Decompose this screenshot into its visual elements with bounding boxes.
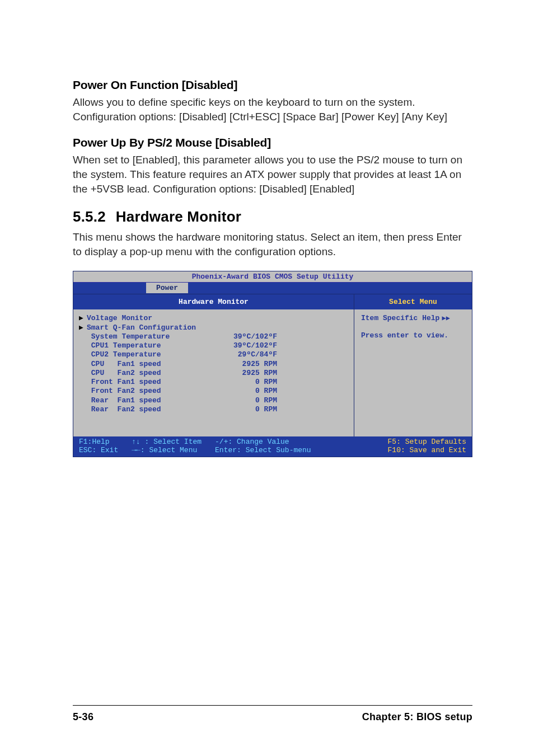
bios-item-rear-fan1: Rear Fan1 speed 0 RPM bbox=[79, 396, 348, 405]
bios-item-label: Smart Q-Fan Configuration bbox=[87, 323, 210, 332]
bios-help-body: Press enter to view. bbox=[361, 331, 466, 340]
bios-item-value: 39ºC/102ºF bbox=[210, 332, 277, 341]
section-heading-row: 5.5.2 Hardware Monitor bbox=[73, 208, 472, 226]
paragraph-power-on-function: Allows you to define specific keys on th… bbox=[73, 95, 472, 124]
bios-footer: F1:Help ESC: Exit ↑↓ : Select Item →←: S… bbox=[73, 436, 472, 457]
bios-item-smart-qfan: ▶ Smart Q-Fan Configuration bbox=[79, 323, 348, 332]
bios-tabbar: Power bbox=[73, 283, 472, 294]
bios-footer-col3: -/+: Change Value Enter: Select Sub-menu bbox=[215, 438, 311, 454]
spacer bbox=[361, 322, 466, 331]
bios-item-value: 0 RPM bbox=[210, 405, 277, 414]
heading-power-up-ps2: Power Up By PS/2 Mouse [Disabled] bbox=[73, 136, 472, 149]
bios-item-label: Front Fan2 speed bbox=[87, 387, 210, 396]
bios-item-front-fan1: Front Fan1 speed 0 RPM bbox=[79, 378, 348, 387]
heading-power-on-function: Power On Function [Disabled] bbox=[73, 78, 472, 92]
bios-item-voltage-monitor: ▶ Voltage Monitor bbox=[79, 314, 348, 323]
bios-item-rear-fan2: Rear Fan2 speed 0 RPM bbox=[79, 405, 348, 414]
bios-item-value: 39ºC/102ºF bbox=[210, 341, 277, 350]
bios-item-label: System Temperature bbox=[87, 332, 210, 341]
bios-footer-col2: ↑↓ : Select Item →←: Select Menu bbox=[132, 438, 202, 454]
bios-tab-power: Power bbox=[146, 283, 188, 293]
bios-item-label: CPU2 Temperature bbox=[87, 350, 210, 359]
bios-item-cpu1-temp: CPU1 Temperature 39ºC/102ºF bbox=[79, 341, 348, 350]
page-content: Power On Function [Disabled] Allows you … bbox=[0, 0, 534, 457]
bios-subheader-right: Select Menu bbox=[354, 294, 472, 309]
bios-item-label: Rear Fan1 speed bbox=[87, 396, 210, 405]
bios-item-value: 2925 RPM bbox=[210, 360, 277, 369]
section-title: Hardware Monitor bbox=[116, 208, 241, 226]
bios-help: Item Specific Help ▶▶ Press enter to vie… bbox=[354, 309, 472, 436]
bios-help-title: Item Specific Help bbox=[361, 314, 439, 322]
bios-item-front-fan2: Front Fan2 speed 0 RPM bbox=[79, 387, 348, 396]
bios-item-value: 29ºC/84ºF bbox=[210, 350, 277, 359]
spacer bbox=[325, 438, 374, 454]
bios-subheader: Hardware Monitor Select Menu bbox=[73, 294, 472, 309]
bios-subheader-left: Hardware Monitor bbox=[73, 294, 354, 309]
triangle-right-icon: ▶ bbox=[79, 323, 87, 332]
bios-item-value: 0 RPM bbox=[210, 378, 277, 387]
bios-items: ▶ Voltage Monitor ▶ Smart Q-Fan Configur… bbox=[73, 309, 354, 436]
bios-item-cpu-fan2: CPU Fan2 speed 2925 RPM bbox=[79, 369, 348, 378]
bios-body: ▶ Voltage Monitor ▶ Smart Q-Fan Configur… bbox=[73, 309, 472, 436]
bios-item-label: CPU1 Temperature bbox=[87, 341, 210, 350]
bios-help-title-row: Item Specific Help ▶▶ bbox=[361, 314, 466, 322]
double-chevron-right-icon: ▶▶ bbox=[442, 314, 449, 322]
bios-item-cpu2-temp: CPU2 Temperature 29ºC/84ºF bbox=[79, 350, 348, 359]
bios-item-label: Rear Fan2 speed bbox=[87, 405, 210, 414]
bios-item-label: CPU Fan1 speed bbox=[87, 360, 210, 369]
triangle-right-icon: ▶ bbox=[79, 314, 87, 323]
bios-item-label: Front Fan1 speed bbox=[87, 378, 210, 387]
paragraph-power-up-ps2: When set to [Enabled], this parameter al… bbox=[73, 153, 472, 196]
section-number: 5.5.2 bbox=[73, 208, 106, 226]
bios-screenshot: Phoenix-Award BIOS CMOS Setup Utility Po… bbox=[73, 271, 472, 457]
bios-footer-col4: F5: Setup Defaults F10: Save and Exit bbox=[388, 438, 466, 454]
bios-item-label: Voltage Monitor bbox=[87, 314, 210, 323]
bios-item-value: 2925 RPM bbox=[210, 369, 277, 378]
bios-item-value: 0 RPM bbox=[210, 387, 277, 396]
bios-item-label: CPU Fan2 speed bbox=[87, 369, 210, 378]
bios-footer-col1: F1:Help ESC: Exit bbox=[79, 438, 118, 454]
bios-item-value: 0 RPM bbox=[210, 396, 277, 405]
paragraph-hardware-monitor: This menu shows the hardware monitoring … bbox=[73, 230, 472, 259]
bios-item-sys-temp: System Temperature 39ºC/102ºF bbox=[79, 332, 348, 341]
bios-titlebar: Phoenix-Award BIOS CMOS Setup Utility bbox=[73, 271, 472, 283]
bios-item-cpu-fan1: CPU Fan1 speed 2925 RPM bbox=[79, 360, 348, 369]
